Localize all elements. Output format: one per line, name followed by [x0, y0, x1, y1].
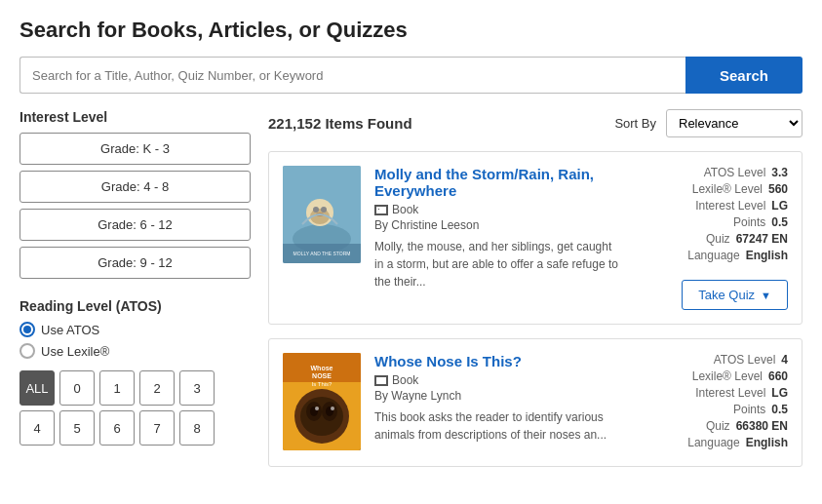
- num-4-button[interactable]: 4: [20, 410, 55, 446]
- lexile-label: Use Lexile®: [41, 344, 109, 359]
- num-6-button[interactable]: 6: [99, 410, 135, 446]
- search-bar: Search: [20, 57, 802, 94]
- num-5-button[interactable]: 5: [59, 410, 95, 446]
- atos-level-label-2: ATOS Level: [714, 353, 776, 367]
- language-value-2: English: [746, 436, 788, 449]
- grade-k3-button[interactable]: Grade: K - 3: [20, 133, 251, 165]
- atos-label: Use ATOS: [41, 323, 99, 337]
- atos-level-value-2: 4: [781, 353, 788, 367]
- atos-level-label-1: ATOS Level: [704, 166, 766, 179]
- language-label-1: Language: [687, 249, 739, 262]
- page-title: Search for Books, Articles, or Quizzes: [20, 18, 802, 43]
- interest-level-row-2: Interest Level LG: [632, 386, 788, 400]
- atos-level-value-1: 3.3: [771, 166, 788, 179]
- interest-level-label-1: Interest Level: [695, 199, 765, 213]
- lexile-level-row-1: Lexile® Level 560: [632, 182, 788, 196]
- book-card-2: Whose NOSE Is This? Whose Nose Is: [268, 338, 802, 467]
- num-3-button[interactable]: 3: [179, 370, 215, 406]
- chevron-down-icon: ▼: [761, 290, 771, 301]
- lexile-level-value-2: 660: [768, 369, 788, 383]
- svg-point-21: [331, 407, 334, 410]
- reading-level-options: Use ATOS Use Lexile®: [20, 322, 251, 359]
- language-row-2: Language English: [632, 436, 788, 449]
- language-value-1: English: [746, 249, 788, 262]
- num-all-button[interactable]: ALL: [20, 370, 55, 406]
- use-atos-option[interactable]: Use ATOS: [20, 322, 251, 337]
- lexile-level-value-1: 560: [768, 182, 788, 196]
- book-cover-2: Whose NOSE Is This?: [283, 353, 361, 450]
- book-cover-1: MOLLY AND THE STORM: [283, 166, 361, 263]
- number-grid: ALL 0 1 2 3 4 5 6 7 8: [20, 370, 251, 446]
- grade-612-button[interactable]: Grade: 6 - 12: [20, 209, 251, 241]
- num-0-button[interactable]: 0: [59, 370, 95, 406]
- svg-point-4: [313, 207, 319, 213]
- svg-point-5: [321, 207, 327, 213]
- svg-text:Whose: Whose: [311, 365, 333, 371]
- language-row-1: Language English: [632, 249, 788, 262]
- use-lexile-option[interactable]: Use Lexile®: [20, 343, 251, 359]
- lexile-level-label-1: Lexile® Level: [692, 182, 763, 196]
- quiz-value-1: 67247 EN: [736, 232, 788, 246]
- interest-level-label-2: Interest Level: [695, 386, 765, 400]
- interest-level-value-2: LG: [771, 386, 788, 400]
- sort-select[interactable]: Relevance Title Author ATOS Level Lexile…: [666, 109, 802, 137]
- svg-text:MOLLY AND THE STORM: MOLLY AND THE STORM: [294, 251, 351, 256]
- quiz-label-1: Quiz: [706, 232, 730, 246]
- main-layout: Interest Level Grade: K - 3 Grade: 4 - 8…: [20, 109, 802, 481]
- book-info-2: Whose Nose Is This? Book By Wayne Lynch …: [374, 353, 618, 452]
- lexile-radio[interactable]: [20, 343, 35, 359]
- book-title-1[interactable]: Molly and the Storm/Rain, Rain, Everywhe…: [374, 166, 618, 199]
- lexile-level-row-2: Lexile® Level 660: [632, 369, 788, 383]
- points-row-1: Points 0.5: [632, 215, 788, 229]
- points-value-2: 0.5: [771, 403, 788, 416]
- search-input[interactable]: [20, 57, 685, 94]
- num-2-button[interactable]: 2: [139, 370, 175, 406]
- cover-illustration-1: MOLLY AND THE STORM: [283, 166, 361, 263]
- svg-point-15: [300, 397, 343, 436]
- sidebar: Interest Level Grade: K - 3 Grade: 4 - 8…: [20, 109, 268, 481]
- quiz-label-2: Quiz: [706, 419, 730, 433]
- quiz-row-2: Quiz 66380 EN: [632, 419, 788, 433]
- lexile-level-label-2: Lexile® Level: [692, 369, 763, 383]
- search-button[interactable]: Search: [685, 57, 802, 94]
- book-meta-1: ATOS Level 3.3 Lexile® Level 560 Interes…: [632, 166, 788, 310]
- interest-level-row-1: Interest Level LG: [632, 199, 788, 213]
- num-8-button[interactable]: 8: [179, 410, 215, 446]
- book-card: MOLLY AND THE STORM Molly and the Storm/…: [268, 151, 802, 325]
- book-info-1: Molly and the Storm/Rain, Rain, Everywhe…: [374, 166, 618, 310]
- book-author-2: By Wayne Lynch: [374, 389, 618, 403]
- svg-text:NOSE: NOSE: [312, 372, 332, 379]
- grade-912-button[interactable]: Grade: 9 - 12: [20, 247, 251, 279]
- sort-label: Sort By: [614, 116, 656, 131]
- results-count: 221,152 Items Found: [268, 115, 412, 132]
- num-7-button[interactable]: 7: [139, 410, 175, 446]
- book-type-1: Book: [374, 203, 618, 216]
- cover-illustration-2: Whose NOSE Is This?: [283, 353, 361, 450]
- points-value-1: 0.5: [771, 215, 788, 229]
- atos-radio[interactable]: [20, 322, 35, 337]
- quiz-value-2: 66380 EN: [736, 419, 788, 433]
- book-meta-2: ATOS Level 4 Lexile® Level 660 Interest …: [632, 353, 788, 452]
- grade-buttons: Grade: K - 3 Grade: 4 - 8 Grade: 6 - 12 …: [20, 133, 251, 279]
- interest-level-value-1: LG: [771, 199, 788, 213]
- svg-text:Is This?: Is This?: [312, 381, 333, 387]
- grade-48-button[interactable]: Grade: 4 - 8: [20, 171, 251, 203]
- points-label-1: Points: [733, 215, 765, 229]
- points-row-2: Points 0.5: [632, 403, 788, 416]
- num-1-button[interactable]: 1: [99, 370, 135, 406]
- book-type-label-2: Book: [392, 373, 418, 387]
- points-label-2: Points: [733, 403, 765, 416]
- svg-point-20: [315, 407, 319, 410]
- interest-level-title: Interest Level: [20, 109, 251, 125]
- content-area: 221,152 Items Found Sort By Relevance Ti…: [268, 109, 802, 481]
- book-title-2[interactable]: Whose Nose Is This?: [374, 353, 618, 369]
- results-header: 221,152 Items Found Sort By Relevance Ti…: [268, 109, 802, 137]
- book-type-2: Book: [374, 373, 618, 387]
- book-desc-1: Molly, the mouse, and her siblings, get …: [374, 238, 618, 291]
- quiz-row-1: Quiz 67247 EN: [632, 232, 788, 246]
- language-label-2: Language: [687, 436, 739, 449]
- atos-level-row-1: ATOS Level 3.3: [632, 166, 788, 179]
- take-quiz-button-1[interactable]: Take Quiz ▼: [682, 280, 788, 310]
- book-desc-2: This book asks the reader to identify va…: [374, 408, 618, 444]
- take-quiz-label-1: Take Quiz: [698, 288, 755, 302]
